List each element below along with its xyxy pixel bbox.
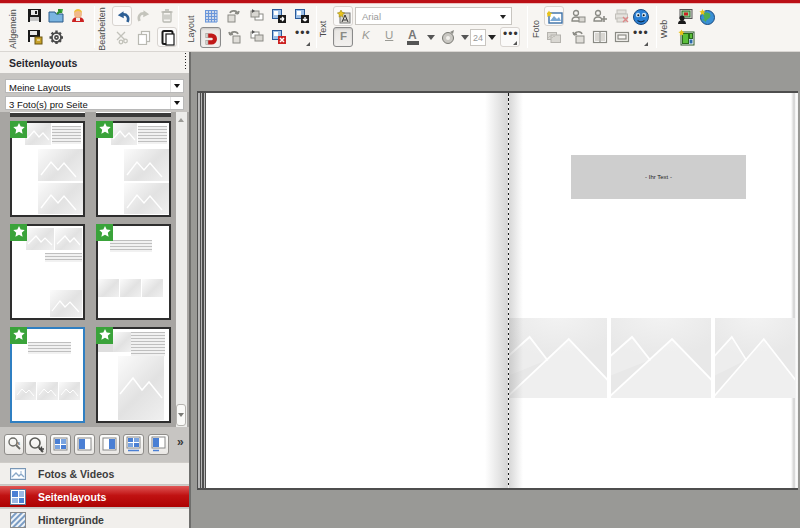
svg-text:s: s: [17, 440, 20, 446]
